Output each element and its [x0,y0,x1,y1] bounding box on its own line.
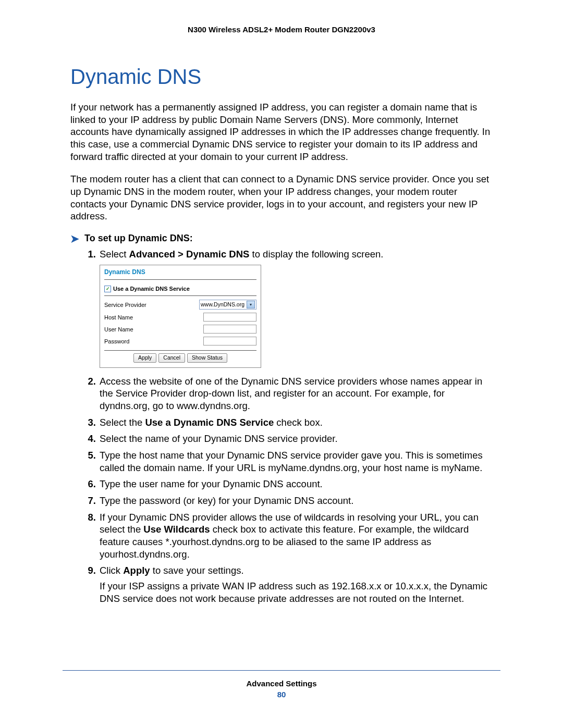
intro-paragraph-1: If your network has a permanently assign… [70,101,495,163]
product-name: N300 Wireless ADSL2+ Modem Router DGN220… [188,25,375,34]
step-7: Type the password (or key) for your Dyna… [99,495,495,507]
step-1-path: Advanced > Dynamic DNS [129,249,250,260]
ddns-screenshot: Dynamic DNS ✓ Use a Dynamic DNS Service … [100,265,261,368]
task-title: To set up Dynamic DNS: [84,233,193,244]
panel-title: Dynamic DNS [104,268,256,280]
label-user-name: User Name [104,326,162,333]
use-ddns-label: Use a Dynamic DNS Service [113,285,190,292]
step-5: Type the host name that your Dynamic DNS… [99,449,495,474]
cancel-button[interactable]: Cancel [158,353,185,362]
step-1-text-c: to display the following screen. [249,249,383,260]
step-2: Access the website of one of the Dynamic… [99,375,495,412]
footer-page-number: 80 [0,690,563,699]
show-status-button[interactable]: Show Status [187,353,227,362]
step-3-text-c: check box. [274,417,323,428]
step-6: Type the user name for your Dynamic DNS … [99,478,495,490]
apply-button[interactable]: Apply [133,353,156,362]
chevron-right-icon: ➤ [70,233,79,244]
host-name-input[interactable] [203,313,256,322]
step-9-text-c: to save your settings. [150,565,244,576]
step-9-note: If your ISP assigns a private WAN IP add… [100,580,495,604]
page-footer: Advanced Settings 80 [0,670,563,699]
step-4: Select the name of your Dynamic DNS serv… [99,433,495,445]
row-service-provider: Service Provider www.DynDNS.org ▾ [104,298,256,311]
label-host-name: Host Name [104,314,162,321]
manual-page: N300 Wireless ADSL2+ Modem Router DGN220… [0,0,563,728]
label-service-provider: Service Provider [104,301,162,309]
step-1-text-a: Select [100,249,129,260]
use-ddns-checkbox-row: ✓ Use a Dynamic DNS Service [104,280,256,296]
step-9-bold: Apply [123,565,150,576]
task-heading: ➤ To set up Dynamic DNS: [70,233,495,244]
intro-paragraph-2: The modem router has a client that can c… [70,173,495,223]
chevron-down-icon: ▾ [247,301,255,309]
footer-rule [63,670,500,671]
section-title: Dynamic DNS [70,65,495,89]
step-9-text-a: Click [100,565,123,576]
step-1: Select Advanced > Dynamic DNS to display… [99,248,495,368]
row-host-name: Host Name [104,311,256,323]
label-password: Password [104,338,162,345]
row-password: Password [104,335,256,347]
step-3-text-a: Select the [100,417,145,428]
password-input[interactable] [203,337,256,346]
steps-list: Select Advanced > Dynamic DNS to display… [84,248,495,604]
use-ddns-checkbox[interactable]: ✓ [104,286,111,292]
step-3-bold: Use a Dynamic DNS Service [145,417,274,428]
footer-chapter: Advanced Settings [0,679,563,688]
page-content: Dynamic DNS If your network has a perman… [0,34,563,604]
step-3: Select the Use a Dynamic DNS Service che… [99,416,495,429]
page-header: N300 Wireless ADSL2+ Modem Router DGN220… [0,0,563,34]
service-provider-select[interactable]: www.DynDNS.org ▾ [199,300,256,310]
step-8-bold: Use Wildcards [143,524,210,535]
service-provider-value: www.DynDNS.org [201,301,244,308]
step-9: Click Apply to save your settings. If yo… [99,564,495,604]
row-user-name: User Name [104,323,256,335]
user-name-input[interactable] [203,325,256,334]
step-8: If your Dynamic DNS provider allows the … [99,511,495,561]
